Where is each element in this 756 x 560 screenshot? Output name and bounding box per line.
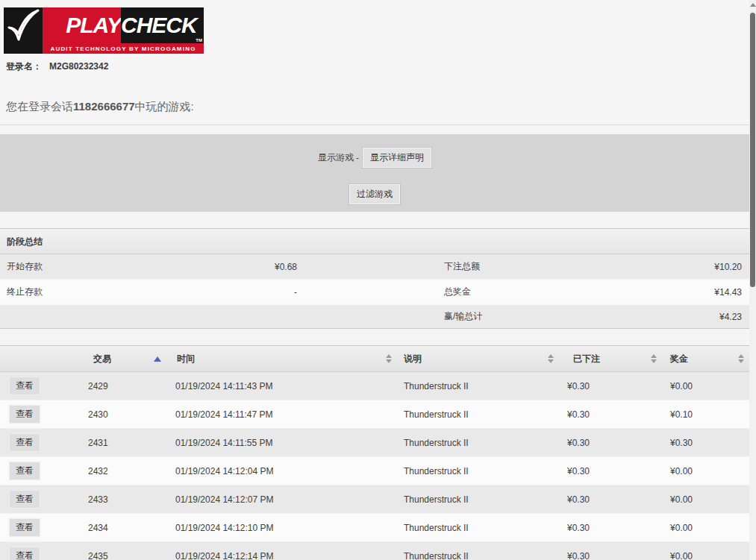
sort-ascending-icon — [154, 356, 161, 362]
separator-dash: - — [356, 153, 359, 163]
playcheck-logo: PLAY CHECK TM AUDIT TECHNOLOGY BY MICROG… — [4, 7, 204, 54]
table-row: 查看243101/19/2024 14:11:55 PMThunderstruc… — [0, 429, 749, 457]
view-cell: 查看 — [0, 462, 78, 480]
view-button[interactable]: 查看 — [9, 377, 40, 395]
summary-rows: 开始存款¥0.68下注总额¥10.20终止存款-总奖金¥14.43赢/输总计¥4… — [0, 254, 749, 328]
time-cell: 01/19/2024 14:12:14 PM — [166, 551, 397, 560]
scrollbar-thumb[interactable] — [750, 13, 755, 287]
description-cell: Thunderstruck II — [397, 494, 559, 505]
transaction-id-cell: 2433 — [78, 494, 166, 505]
table-row: 查看243401/19/2024 14:12:10 PMThunderstruc… — [0, 514, 749, 542]
session-suffix: 中玩的游戏: — [135, 100, 194, 113]
column-header-win[interactable]: 奖金 — [662, 346, 749, 371]
column-header-time[interactable]: 时间 — [166, 346, 397, 371]
description-cell: Thunderstruck II — [397, 409, 559, 420]
column-header-view — [0, 346, 78, 371]
description-cell: Thunderstruck II — [397, 381, 559, 391]
bet-cell: ¥0.30 — [559, 438, 662, 448]
summary-value-left: ¥0.68 — [142, 262, 299, 272]
column-header-bet[interactable]: 已下注 — [559, 346, 662, 371]
win-cell: ¥0.00 — [662, 551, 749, 560]
scroll-up-arrow-icon[interactable] — [750, 3, 756, 7]
column-header-description[interactable]: 说明 — [397, 346, 559, 371]
view-button[interactable]: 查看 — [9, 405, 40, 424]
view-cell: 查看 — [0, 518, 78, 537]
summary-label-right: 下注总额 — [438, 260, 590, 273]
view-button[interactable]: 查看 — [9, 490, 40, 509]
checkmark-icon — [4, 7, 43, 54]
table-row: 查看243501/19/2024 14:12:14 PMThunderstruc… — [0, 542, 749, 560]
show-games-label: 显示游戏 — [318, 151, 354, 164]
transactions-table: 交易 时间 说明 已下注 奖金 — [0, 345, 749, 560]
view-cell: 查看 — [0, 405, 78, 424]
logo-play-text: PLAY — [43, 7, 121, 43]
view-button[interactable]: 查看 — [9, 518, 40, 537]
summary-label-left: 终止存款 — [0, 286, 142, 298]
session-prefix: 您在登录会话 — [6, 100, 73, 113]
login-label: 登录名： — [6, 61, 42, 72]
view-cell: 查看 — [0, 547, 78, 560]
logo-tagline: AUDIT TECHNOLOGY BY MICROGAMING — [43, 43, 204, 54]
description-cell: Thunderstruck II — [397, 466, 559, 476]
transaction-id-cell: 2429 — [78, 381, 166, 391]
table-row: 查看242901/19/2024 14:11:43 PMThunderstruc… — [0, 372, 749, 400]
win-cell: ¥0.00 — [662, 381, 749, 391]
view-button[interactable]: 查看 — [9, 433, 40, 452]
transaction-id-cell: 2434 — [78, 523, 166, 533]
playcheck-page: PLAY CHECK TM AUDIT TECHNOLOGY BY MICROG… — [0, 0, 756, 560]
sort-icon — [386, 354, 392, 363]
view-cell: 查看 — [0, 490, 78, 509]
description-cell: Thunderstruck II — [397, 438, 559, 448]
transactions-header-row: 交易 时间 说明 已下注 奖金 — [0, 345, 749, 372]
sort-icon — [548, 354, 554, 363]
summary-value-right: ¥10.20 — [590, 262, 749, 272]
win-cell: ¥0.10 — [662, 409, 749, 420]
vertical-scrollbar[interactable] — [749, 0, 756, 560]
summary-row: 开始存款¥0.68下注总额¥10.20 — [0, 254, 749, 279]
bet-cell: ¥0.30 — [559, 523, 662, 533]
transaction-id-cell: 2430 — [78, 409, 166, 420]
description-cell: Thunderstruck II — [397, 551, 559, 560]
summary-row: 赢/输总计¥4.23 — [0, 303, 749, 328]
filter-games-button[interactable]: 过滤游戏 — [349, 184, 400, 204]
logo-tm: TM — [196, 38, 202, 43]
time-cell: 01/19/2024 14:12:10 PM — [166, 523, 397, 533]
sort-icon — [651, 354, 657, 363]
summary-title: 阶段总结 — [0, 229, 749, 254]
bet-cell: ¥0.30 — [559, 494, 662, 505]
win-cell: ¥0.00 — [662, 494, 749, 505]
time-cell: 01/19/2024 14:12:04 PM — [166, 466, 397, 476]
summary-value-right: ¥4.23 — [590, 312, 749, 322]
view-button[interactable]: 查看 — [9, 462, 40, 480]
transaction-id-cell: 2431 — [78, 438, 166, 448]
table-row: 查看243201/19/2024 14:12:04 PMThunderstruc… — [0, 457, 749, 485]
session-line: 您在登录会话1182666677中玩的游戏: — [0, 73, 749, 125]
view-cell: 查看 — [0, 433, 78, 452]
session-id: 1182666677 — [73, 100, 135, 113]
time-cell: 01/19/2024 14:11:55 PM — [166, 438, 397, 448]
time-cell: 01/19/2024 14:12:07 PM — [166, 494, 397, 505]
time-cell: 01/19/2024 14:11:47 PM — [166, 409, 397, 420]
win-cell: ¥0.30 — [662, 438, 749, 448]
summary-row: 终止存款-总奖金¥14.43 — [0, 279, 749, 303]
table-row: 查看243001/19/2024 14:11:47 PMThunderstruc… — [0, 400, 749, 429]
transaction-id-cell: 2435 — [78, 551, 166, 560]
win-cell: ¥0.00 — [662, 523, 749, 533]
table-row: 查看243301/19/2024 14:12:07 PMThunderstruc… — [0, 485, 749, 514]
column-header-transaction[interactable]: 交易 — [78, 346, 166, 371]
bet-cell: ¥0.30 — [559, 466, 662, 476]
filter-band: 显示游戏 - 显示详细声明 过滤游戏 — [0, 134, 749, 212]
description-cell: Thunderstruck II — [397, 523, 559, 533]
bet-cell: ¥0.30 — [559, 551, 662, 560]
summary-label-right: 赢/输总计 — [438, 310, 590, 323]
view-button[interactable]: 查看 — [9, 547, 40, 560]
logo-check-text: CHECK — [121, 7, 204, 43]
logo-row: PLAY CHECK TM AUDIT TECHNOLOGY BY MICROG… — [0, 0, 749, 54]
bet-cell: ¥0.30 — [559, 409, 662, 420]
summary-label-left: 开始存款 — [0, 260, 142, 273]
show-detail-statement-button[interactable]: 显示详细声明 — [363, 148, 431, 168]
login-row: 登录名：M2G80232342 — [6, 60, 749, 73]
logo-wordmark: PLAY CHECK TM AUDIT TECHNOLOGY BY MICROG… — [43, 7, 204, 54]
session-summary-table: 阶段总结 开始存款¥0.68下注总额¥10.20终止存款-总奖金¥14.43赢/… — [0, 228, 749, 329]
transactions-body: 查看242901/19/2024 14:11:43 PMThunderstruc… — [0, 372, 749, 560]
